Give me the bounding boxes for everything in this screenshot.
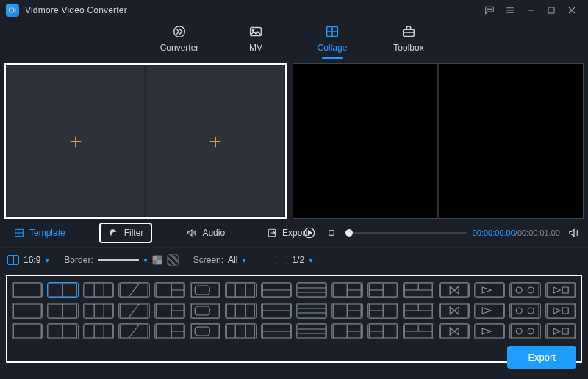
template-thumb[interactable]	[368, 323, 398, 339]
preview-left	[293, 64, 436, 218]
app-title: Vidmore Video Converter	[25, 5, 127, 15]
page-label: 1/2	[292, 255, 304, 265]
nav-converter[interactable]: Converter	[159, 24, 200, 59]
screen-icon	[276, 256, 287, 264]
template-thumb[interactable]	[331, 282, 362, 298]
volume-button[interactable]	[566, 225, 582, 241]
template-thumb[interactable]	[296, 323, 327, 339]
template-thumb[interactable]	[368, 282, 398, 298]
template-thumb[interactable]	[296, 303, 327, 319]
template-thumb[interactable]	[225, 282, 256, 298]
template-thumb[interactable]	[474, 323, 505, 339]
template-thumb[interactable]	[439, 303, 470, 319]
nav-mv[interactable]: MV	[235, 24, 276, 59]
template-thumb[interactable]	[439, 282, 470, 298]
tab-label: Audio	[202, 228, 225, 238]
template-thumb[interactable]	[47, 323, 78, 339]
template-thumb[interactable]	[509, 303, 540, 319]
maximize-icon[interactable]	[541, 0, 562, 21]
nav-collage[interactable]: Collage	[312, 24, 353, 59]
template-thumb[interactable]	[225, 303, 256, 319]
seek-slider[interactable]	[345, 232, 467, 234]
template-thumb[interactable]	[545, 282, 576, 298]
filter-icon	[108, 227, 120, 239]
stop-button[interactable]	[323, 225, 340, 241]
screen-select[interactable]: All	[228, 255, 237, 265]
template-thumb[interactable]	[474, 303, 505, 319]
template-thumb[interactable]	[439, 323, 470, 339]
template-thumb[interactable]	[118, 323, 149, 339]
template-thumb[interactable]	[12, 282, 43, 298]
template-thumb[interactable]	[47, 282, 78, 298]
template-thumb[interactable]	[190, 303, 220, 319]
svg-rect-14	[195, 286, 209, 295]
template-thumb[interactable]	[403, 282, 434, 298]
collage-canvas: ＋ ＋	[4, 63, 287, 219]
template-thumb[interactable]	[118, 282, 149, 298]
template-thumb[interactable]	[225, 323, 256, 339]
template-thumb[interactable]	[545, 323, 576, 339]
template-thumb[interactable]	[154, 303, 185, 319]
template-thumb[interactable]	[403, 303, 434, 319]
tab-template[interactable]: Template	[6, 224, 73, 242]
svg-rect-0	[10, 8, 14, 12]
template-thumb[interactable]	[331, 323, 362, 339]
border-style-picker[interactable]	[167, 254, 179, 266]
template-thumb[interactable]	[474, 282, 505, 298]
nav-toolbox[interactable]: Toolbox	[388, 24, 429, 59]
preview-right	[440, 64, 583, 218]
main-nav: Converter MV Collage Toolbox	[0, 21, 588, 62]
template-thumb[interactable]	[118, 303, 149, 319]
template-thumb[interactable]	[331, 303, 362, 319]
tab-audio[interactable]: Audio	[179, 224, 232, 242]
template-thumb[interactable]	[545, 303, 576, 319]
template-thumb[interactable]	[83, 323, 114, 339]
aspect-ratio-select[interactable]: 16:9 ▾	[7, 255, 49, 265]
preview-panel	[293, 63, 584, 219]
close-icon[interactable]	[562, 0, 582, 21]
export-button[interactable]: Export	[507, 346, 576, 369]
add-media-icon: ＋	[205, 131, 226, 151]
template-thumb[interactable]	[509, 323, 540, 339]
template-options: 16:9 ▾ Border: ▾ Screen: All ▾ 1/2 ▾	[0, 247, 588, 272]
template-thumb[interactable]	[47, 303, 78, 319]
template-thumb[interactable]	[190, 323, 220, 339]
tab-filter[interactable]: Filter	[99, 223, 153, 243]
template-thumb[interactable]	[368, 303, 398, 319]
template-thumb[interactable]	[261, 323, 292, 339]
border-thickness-select[interactable]	[98, 259, 139, 261]
template-thumb[interactable]	[154, 282, 185, 298]
template-thumb[interactable]	[509, 282, 540, 298]
collage-slot-1[interactable]: ＋	[7, 66, 144, 216]
template-thumb[interactable]	[12, 323, 43, 339]
svg-point-16	[528, 287, 534, 293]
svg-rect-13	[329, 231, 334, 236]
template-thumb[interactable]	[12, 303, 43, 319]
page-option[interactable]: 1/2 ▾	[276, 255, 313, 265]
collage-slot-2[interactable]: ＋	[147, 66, 284, 216]
svg-point-1	[487, 9, 488, 10]
menu-icon[interactable]	[500, 0, 520, 21]
feedback-icon[interactable]	[479, 0, 500, 21]
template-thumb[interactable]	[403, 323, 434, 339]
aspect-ratio-value: 16:9	[24, 255, 40, 265]
converter-icon	[171, 24, 187, 40]
template-thumb[interactable]	[296, 282, 327, 298]
template-thumb[interactable]	[83, 282, 114, 298]
screen-option: Screen: All ▾	[193, 255, 247, 265]
nav-label: MV	[249, 43, 262, 53]
border-color-picker[interactable]	[152, 255, 162, 265]
seek-thumb[interactable]	[345, 229, 353, 237]
template-thumb[interactable]	[190, 282, 220, 298]
add-media-icon: ＋	[65, 131, 86, 151]
template-thumb[interactable]	[83, 303, 114, 319]
minimize-icon[interactable]	[520, 0, 541, 21]
time-current: 00:00:00.00	[473, 228, 515, 237]
mv-icon	[248, 24, 264, 40]
border-label: Border:	[64, 255, 93, 265]
template-thumb[interactable]	[261, 303, 292, 319]
template-thumb[interactable]	[261, 282, 292, 298]
time-total: 00:00:01.00	[517, 228, 560, 237]
play-button[interactable]	[301, 225, 318, 241]
template-thumb[interactable]	[154, 323, 185, 339]
